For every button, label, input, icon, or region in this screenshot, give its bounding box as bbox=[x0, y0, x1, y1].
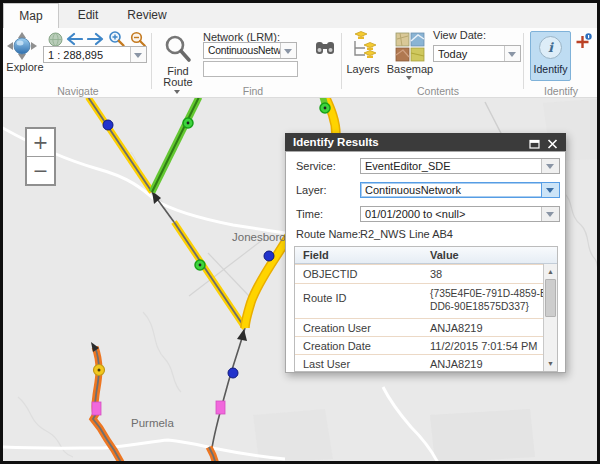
service-dropdown-button[interactable] bbox=[541, 159, 559, 173]
table-scrollbar[interactable]: ▲ ▼ bbox=[543, 264, 557, 371]
view-date-label: View Date: bbox=[433, 29, 503, 41]
tab-edit[interactable]: Edit bbox=[59, 3, 117, 29]
ribbon-tab-bar: Map Edit Review bbox=[3, 3, 597, 29]
ribbon-separator bbox=[523, 33, 524, 89]
crosshair-info-icon bbox=[575, 33, 592, 49]
previous-extent-button[interactable] bbox=[65, 31, 83, 47]
group-label-navigate: Navigate bbox=[23, 85, 133, 97]
map-scale-combobox[interactable]: 1 : 288,895 bbox=[43, 46, 147, 63]
identify-results-title: Identify Results bbox=[293, 136, 379, 148]
map-scale-value: 1 : 288,895 bbox=[48, 47, 130, 63]
maximize-icon bbox=[529, 139, 540, 149]
map-patch bbox=[253, 409, 333, 461]
route-name-value: R2_NWS Line AB4 bbox=[360, 228, 453, 240]
table-row[interactable]: Creation Date 11/2/2015 7:01:54 PM bbox=[295, 336, 557, 354]
column-header-value: Value bbox=[422, 247, 557, 263]
attributes-table-header: Field Value bbox=[295, 247, 557, 264]
ribbon: Explore bbox=[3, 28, 597, 98]
service-combobox[interactable]: EventEditor_SDE bbox=[360, 158, 560, 174]
map-scale-dropdown-button[interactable] bbox=[130, 47, 146, 62]
network-value: ContinuousNetwork bbox=[208, 43, 280, 59]
search-network-button[interactable] bbox=[315, 40, 335, 56]
arrow-left-icon bbox=[65, 31, 83, 47]
table-row[interactable]: OBJECTID 38 bbox=[295, 264, 557, 283]
chevron-down-icon bbox=[546, 164, 554, 169]
scroll-up-icon[interactable]: ▲ bbox=[544, 265, 557, 278]
scroll-down-icon[interactable]: ▼ bbox=[544, 357, 557, 370]
basemap-button[interactable] bbox=[394, 31, 426, 63]
network-dropdown-button[interactable] bbox=[280, 43, 296, 58]
explore-button[interactable] bbox=[7, 32, 41, 62]
time-combobox[interactable]: 01/01/2000 to <null> bbox=[360, 206, 560, 222]
table-row[interactable]: Last User ANJA8219 bbox=[295, 354, 557, 372]
chevron-down-icon bbox=[508, 52, 516, 57]
explore-icon bbox=[7, 32, 37, 62]
group-label-find: Find bbox=[213, 85, 293, 97]
maximize-button[interactable] bbox=[529, 136, 542, 148]
network-combobox[interactable]: ContinuousNetwork bbox=[203, 42, 297, 59]
view-date-dropdown-button[interactable] bbox=[504, 46, 520, 61]
identify-button-label: Identify bbox=[531, 63, 570, 75]
view-date-combobox[interactable]: Today bbox=[433, 45, 521, 62]
ribbon-separator bbox=[151, 33, 152, 89]
time-label: Time: bbox=[296, 208, 323, 220]
zoom-out-button[interactable]: − bbox=[27, 157, 54, 184]
layers-icon bbox=[347, 31, 379, 63]
tab-map[interactable]: Map bbox=[3, 3, 59, 29]
close-icon bbox=[547, 139, 558, 149]
marker-yellow-dot[interactable] bbox=[94, 365, 105, 376]
layer-value: ContinuousNetwork bbox=[365, 183, 541, 197]
find-route-label-line2: Route bbox=[156, 76, 200, 88]
service-value: EventEditor_SDE bbox=[365, 159, 541, 173]
table-row[interactable]: Creation User ANJA8219 bbox=[295, 318, 557, 336]
zoom-in-button[interactable]: + bbox=[27, 129, 54, 157]
ribbon-separator bbox=[341, 33, 342, 89]
layers-button[interactable] bbox=[347, 31, 379, 63]
column-header-field: Field bbox=[295, 247, 422, 263]
find-route-input[interactable] bbox=[203, 61, 298, 77]
next-extent-button[interactable] bbox=[87, 31, 105, 47]
globe-icon bbox=[48, 32, 63, 47]
basemap-icon bbox=[394, 31, 426, 63]
basemap-button-label: Basemap bbox=[386, 63, 434, 75]
chevron-down-icon[interactable] bbox=[174, 90, 180, 94]
chevron-down-icon bbox=[546, 212, 554, 217]
close-button[interactable] bbox=[547, 136, 560, 148]
layer-dropdown-button[interactable] bbox=[541, 183, 559, 197]
identify-i-icon: i bbox=[539, 36, 562, 59]
place-label-jonesboro: Jonesboro bbox=[232, 231, 286, 243]
map-patch bbox=[430, 409, 535, 461]
identify-route-location-button[interactable] bbox=[575, 33, 592, 49]
chevron-down-icon bbox=[284, 49, 292, 54]
identify-results-window: Identify Results Service: EventEditor_SD… bbox=[285, 133, 566, 373]
place-label-purmela: Purmela bbox=[131, 417, 174, 429]
full-extent-button[interactable] bbox=[48, 32, 63, 47]
time-dropdown-button[interactable] bbox=[541, 207, 559, 221]
layer-combobox[interactable]: ContinuousNetwork bbox=[360, 182, 560, 198]
table-row[interactable]: Route ID {735E4F0E-791D-4859-BDD6-90E185… bbox=[295, 283, 557, 318]
chevron-down-icon[interactable] bbox=[406, 76, 412, 80]
magnifier-icon bbox=[163, 34, 193, 64]
group-label-identify: Identify bbox=[528, 85, 594, 97]
tab-review[interactable]: Review bbox=[117, 3, 177, 29]
chevron-down-icon bbox=[546, 188, 554, 193]
service-label: Service: bbox=[296, 160, 336, 172]
attributes-table: Field Value OBJECTID 38 Route ID {735E4F… bbox=[294, 246, 558, 372]
chevron-down-icon bbox=[134, 53, 142, 58]
group-label-contents: Contents bbox=[393, 85, 483, 97]
time-value: 01/01/2000 to <null> bbox=[365, 207, 541, 221]
explore-button-label: Explore bbox=[3, 61, 47, 73]
map-zoom-control: + − bbox=[25, 127, 56, 186]
scrollbar-thumb[interactable] bbox=[545, 279, 556, 317]
identify-button[interactable]: i Identify bbox=[530, 31, 571, 81]
arrow-right-icon bbox=[87, 31, 105, 47]
identify-results-body: Service: EventEditor_SDE Layer: Continuo… bbox=[285, 151, 566, 373]
app-window: Jonesboro Purmela + − Map Edit Review Ex… bbox=[0, 0, 600, 464]
binoculars-icon bbox=[315, 40, 335, 56]
route-name-label: Route Name: bbox=[296, 228, 361, 240]
layers-button-label: Layers bbox=[341, 63, 385, 75]
layer-label: Layer: bbox=[296, 184, 327, 196]
view-date-value: Today bbox=[438, 46, 504, 62]
find-route-button[interactable] bbox=[163, 34, 195, 64]
identify-results-titlebar[interactable]: Identify Results bbox=[285, 133, 566, 151]
